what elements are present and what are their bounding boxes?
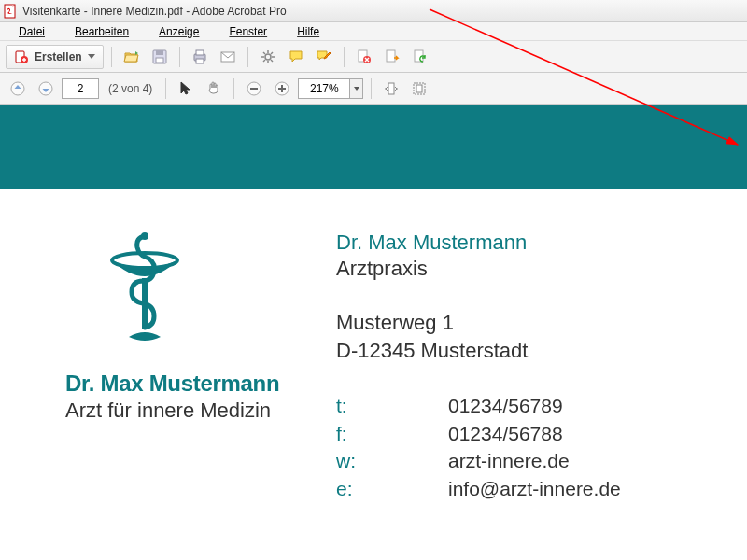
document-area[interactable]: Dr. Max Mustermann Arzt für innere Mediz…	[0, 105, 747, 560]
card-left-name: Dr. Max Mustermann	[65, 371, 308, 397]
chevron-down-icon	[354, 87, 359, 91]
zoom-out-icon	[246, 80, 262, 97]
medical-logo-icon	[93, 227, 308, 348]
card-right-address: Musterweg 1 D-12345 Musterstadt	[336, 309, 710, 364]
export-page-button[interactable]	[380, 45, 404, 69]
svg-line-18	[271, 52, 273, 54]
contact-web-value: arzt-innere.de	[448, 447, 570, 474]
zoom-dropdown-button[interactable]	[350, 78, 363, 99]
card-right-name: Dr. Max Mustermann	[336, 231, 710, 255]
card-left-subtitle: Arzt für innere Medizin	[65, 399, 308, 423]
window-title: Visitenkarte - Innere Medizin.pdf - Adob…	[22, 5, 287, 18]
svg-rect-7	[196, 50, 204, 55]
gear-icon	[260, 49, 276, 65]
fit-page-button[interactable]	[407, 77, 431, 101]
svg-rect-4	[156, 50, 163, 55]
print-icon	[191, 49, 208, 65]
create-pdf-label: Erstellen	[35, 50, 82, 63]
print-button[interactable]	[188, 45, 212, 69]
page-delete-icon	[356, 49, 373, 65]
speech-bubble-icon	[288, 49, 304, 65]
dropdown-icon	[88, 54, 95, 59]
svg-rect-8	[196, 59, 204, 63]
hand-tool-button[interactable]	[202, 77, 226, 101]
contact-tel-label: t:	[336, 392, 448, 419]
svg-rect-32	[416, 85, 422, 92]
svg-point-34	[141, 232, 148, 240]
contact-email-value: info@arzt-innere.de	[448, 475, 621, 502]
svg-point-10	[265, 54, 271, 60]
folder-open-icon	[123, 49, 140, 65]
address-city: D-12345 Musterstadt	[336, 337, 710, 365]
cursor-icon	[177, 80, 194, 97]
arrow-up-icon	[9, 80, 26, 97]
card-header-band	[0, 105, 747, 189]
page-down-button[interactable]	[34, 77, 58, 101]
menu-anzeige[interactable]: Anzeige	[144, 23, 214, 40]
contact-fax-label: f:	[336, 420, 448, 447]
hand-icon	[205, 80, 222, 97]
page-count-label: (2 von 4)	[108, 82, 152, 95]
zoom-input[interactable]	[298, 78, 350, 99]
toolbar-nav: (2 von 4)	[0, 73, 747, 105]
envelope-icon	[219, 49, 236, 65]
page-arrow-icon	[384, 49, 401, 65]
open-button[interactable]	[120, 45, 144, 69]
page-refresh-icon	[412, 49, 429, 65]
zoom-out-button[interactable]	[242, 77, 266, 101]
zoom-in-icon	[274, 80, 290, 97]
svg-rect-21	[387, 50, 395, 62]
create-pdf-icon	[14, 49, 29, 64]
menu-hilfe[interactable]: Hilfe	[282, 23, 334, 40]
acrobat-icon	[4, 4, 19, 19]
pdf-page: Dr. Max Mustermann Arzt für innere Mediz…	[0, 105, 747, 539]
contact-email-label: e:	[336, 475, 448, 502]
svg-rect-30	[388, 83, 394, 94]
speech-pencil-icon	[316, 49, 332, 65]
svg-line-17	[263, 60, 265, 62]
toolbar-primary: Erstellen	[0, 41, 747, 73]
comment-button[interactable]	[284, 45, 308, 69]
contact-web-label: w:	[336, 447, 448, 474]
arrow-down-icon	[37, 80, 54, 97]
zoom-in-button[interactable]	[270, 77, 294, 101]
delete-page-button[interactable]	[352, 45, 376, 69]
edit-comment-button[interactable]	[312, 45, 336, 69]
svg-line-16	[271, 60, 273, 62]
fit-width-button[interactable]	[379, 77, 403, 101]
create-pdf-button[interactable]: Erstellen	[6, 45, 104, 69]
select-tool-button[interactable]	[174, 77, 198, 101]
menu-fenster[interactable]: Fenster	[214, 23, 282, 40]
save-button[interactable]	[148, 45, 172, 69]
card-right-practice: Arztpraxis	[336, 257, 710, 281]
menubar: Datei Bearbeiten Anzeige Fenster Hilfe	[0, 22, 747, 41]
address-street: Musterweg 1	[336, 309, 710, 337]
svg-rect-5	[156, 58, 163, 63]
svg-line-15	[263, 52, 265, 54]
refresh-page-button[interactable]	[408, 45, 432, 69]
menu-datei[interactable]: Datei	[4, 23, 60, 40]
contact-fax-value: 01234/56788	[448, 420, 563, 447]
settings-button[interactable]	[256, 45, 280, 69]
menu-bearbeiten[interactable]: Bearbeiten	[60, 23, 144, 40]
page-up-button[interactable]	[6, 77, 30, 101]
fit-width-icon	[383, 80, 400, 97]
contact-tel-value: 01234/56789	[448, 392, 563, 419]
titlebar: Visitenkarte - Innere Medizin.pdf - Adob…	[0, 0, 747, 22]
fit-page-icon	[411, 80, 428, 97]
email-button[interactable]	[216, 45, 240, 69]
save-icon	[151, 49, 168, 65]
card-right-contacts: t:01234/56789 f:01234/56788 w:arzt-inner…	[336, 392, 710, 502]
page-number-input[interactable]	[62, 78, 99, 99]
